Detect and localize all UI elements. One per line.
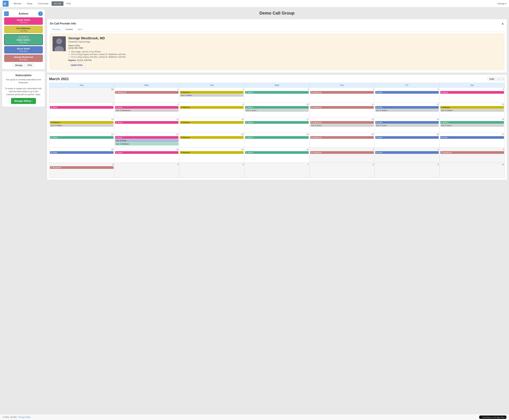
calendar-cell-1-3[interactable]: 10K SellersOut: S Jones — [244, 103, 309, 118]
next-month-button[interactable]: › — [501, 77, 505, 81]
provider-card-kathy[interactable]: Set On Call Kathy Sellers 8 /m 20 /y — [4, 34, 43, 45]
nav-item-comcenter[interactable]: ComCenter — [35, 1, 51, 6]
cal-event-3-2-0[interactable]: E Mathews — [180, 136, 244, 139]
cal-event-2-0-1[interactable]: Out: K Sellers — [50, 124, 113, 127]
logo[interactable]: D — [3, 1, 9, 7]
calendar-cell-5-1[interactable]: 5 — [114, 163, 180, 178]
cal-event-0-2-0[interactable]: E Mathews — [180, 91, 244, 94]
calendar-cell-2-6[interactable]: 20K SellersOut: S Jones — [440, 118, 505, 133]
calendar-cell-4-6[interactable]: 3G Westbrook — [440, 148, 505, 163]
cal-event-2-5-0[interactable]: B Smith — [375, 121, 439, 124]
cal-event-2-5-1[interactable]: Out: S Jones — [375, 124, 439, 127]
tab-previous[interactable]: Previous — [50, 27, 63, 31]
cal-event-0-3-0[interactable]: K Sellers — [245, 91, 309, 94]
calendar-cell-5-6[interactable]: 10 — [440, 163, 505, 178]
tab-next[interactable]: Next — [75, 27, 85, 31]
cal-event-4-5-0[interactable]: B Smith — [375, 151, 439, 154]
cal-event-1-3-1[interactable]: Out: S Jones — [245, 109, 309, 112]
nav-item-member[interactable]: Member — [11, 1, 24, 6]
calendar-cell-3-2[interactable]: 23E Mathews — [179, 133, 244, 148]
cal-event-2-4-1[interactable]: Out: S Jones — [310, 124, 374, 127]
cal-event-4-4-0[interactable]: G Westbrook — [310, 151, 374, 154]
cal-event-0-2-1[interactable]: Out: K Sellers — [180, 94, 244, 97]
manage-billing-button[interactable]: Manage Billing » — [11, 98, 36, 104]
provider-card-george[interactable]: George Westbrook 4 /m 16 /y — [4, 54, 43, 62]
calendar-cell-3-4[interactable]: 25G Westbrook — [309, 133, 375, 148]
cal-event-1-4-0[interactable]: G Westbrook — [310, 106, 374, 109]
cal-event-1-1-1[interactable]: Out: G Westbrook — [115, 109, 179, 112]
nav-user[interactable]: George ▾ — [497, 2, 506, 5]
provider-card-bruce[interactable]: Bruce Smith 6 /m 19 /y — [4, 46, 43, 53]
calendar-cell-0-0[interactable]: 28 — [49, 88, 114, 102]
calendar-cell-2-2[interactable]: 16E Mathews — [179, 118, 244, 133]
calendar-cell-5-4[interactable]: 8 — [309, 163, 375, 178]
calendar-cell-1-5[interactable]: 12B SmithOut: K Sellers — [375, 103, 440, 118]
calendar-cell-0-4[interactable]: 4G Westbrook — [309, 88, 375, 102]
add-action-button[interactable]: + — [4, 11, 9, 16]
nav-item-setup[interactable]: Setup — [24, 1, 35, 6]
calendar-cell-1-2[interactable]: 9E Mathews — [179, 103, 244, 118]
footer-privacy-link[interactable]: Privacy Policy — [18, 416, 30, 418]
calendar-cell-5-0[interactable]: 4G Westbrook — [49, 163, 114, 178]
cal-event-3-1-1[interactable]: Out: B Smith — [115, 139, 179, 142]
cal-event-2-1-0[interactable]: S Jones — [115, 121, 179, 124]
cal-event-1-2-0[interactable]: E Mathews — [180, 106, 244, 109]
calendar-cell-1-1[interactable]: 8S JonesOut: G Westbrook — [114, 103, 180, 118]
cal-event-3-1-2[interactable]: Out: E Mathews — [115, 142, 179, 145]
calendar-cell-0-5[interactable]: 5B Smith — [375, 88, 440, 102]
cal-event-3-6-0[interactable]: B Smith — [440, 136, 504, 139]
cal-event-3-4-0[interactable]: G Westbrook — [310, 136, 374, 139]
cal-event-2-0-0[interactable]: E Mathews — [50, 121, 113, 124]
calendar-cell-5-5[interactable]: 9 — [375, 163, 440, 178]
cal-event-4-1-0[interactable]: S Jones — [115, 151, 179, 154]
cal-event-3-3-0[interactable]: K Sellers — [245, 136, 309, 139]
calendar-cell-3-6[interactable]: 27B Smith — [440, 133, 505, 148]
calendar-cell-2-4[interactable]: 18G WestbrookOut: S Jones — [309, 118, 375, 133]
calendar-cell-2-5[interactable]: 19B SmithOut: S Jones — [375, 118, 440, 133]
cal-event-0-6-0[interactable]: S Jones — [440, 91, 504, 94]
calendar-cell-3-5[interactable]: 26B Smith — [375, 133, 440, 148]
calendar-cell-3-3[interactable]: 24K Sellers — [244, 133, 309, 148]
cal-event-0-5-0[interactable]: B Smith — [375, 91, 439, 94]
cal-event-3-5-0[interactable]: B Smith — [375, 136, 439, 139]
tab-current[interactable]: Current — [63, 27, 75, 31]
calendar-cell-4-3[interactable]: 31K Sellers — [244, 148, 309, 163]
calendar-cell-0-1[interactable]: 1G Westbrook — [114, 88, 180, 102]
today-button[interactable]: today — [487, 77, 496, 81]
calendar-cell-5-3[interactable]: 7 — [244, 163, 309, 178]
cal-event-2-6-0[interactable]: K Sellers — [440, 121, 504, 124]
calendar-cell-4-2[interactable]: 30E Mathews — [179, 148, 244, 163]
cal-event-1-5-1[interactable]: Out: K Sellers — [375, 109, 439, 112]
calendar-cell-4-1[interactable]: 29S Jones — [114, 148, 180, 163]
prev-month-button[interactable]: ‹ — [497, 77, 501, 81]
provider-card-erin[interactable]: Erin Mathews 7 /m 19 /y — [4, 26, 43, 33]
cal-event-4-2-0[interactable]: E Mathews — [180, 151, 244, 154]
collapse-button[interactable]: ▲ — [501, 22, 504, 25]
cal-event-4-6-0[interactable]: G Westbrook — [440, 151, 504, 154]
provider-card-susan[interactable]: Susan Jones 7 /m 17 /y — [4, 17, 43, 25]
calendar-cell-4-0[interactable]: 28B Smith — [49, 148, 114, 163]
cal-event-1-5-0[interactable]: B Smith — [375, 106, 439, 109]
cal-event-1-6-0[interactable]: E Mathews — [440, 106, 504, 109]
cal-event-1-6-1[interactable]: Out: K Sellers — [440, 109, 504, 112]
cal-event-0-1-0[interactable]: G Westbrook — [115, 91, 179, 94]
cal-event-5-0-0[interactable]: G Westbrook — [50, 166, 113, 169]
cal-event-4-3-0[interactable]: K Sellers — [245, 151, 309, 154]
cal-event-3-1-0[interactable]: S Jones — [115, 136, 179, 139]
calendar-cell-0-6[interactable]: 6S Jones — [440, 88, 505, 102]
cal-event-2-2-0[interactable]: E Mathews — [180, 121, 244, 124]
calendar-cell-1-6[interactable]: 13E MathewsOut: K Sellers — [440, 103, 505, 118]
calendar-cell-1-4[interactable]: 11G Westbrook — [309, 103, 375, 118]
cal-event-1-3-0[interactable]: K Sellers — [245, 106, 309, 109]
cal-event-4-0-0[interactable]: B Smith — [50, 151, 113, 154]
calendar-cell-1-0[interactable]: 7S Jones — [49, 103, 114, 118]
calendar-cell-3-1[interactable]: 22S JonesOut: B SmithOut: E Mathews — [114, 133, 180, 148]
print-button[interactable]: Print — [25, 63, 34, 67]
manage-button[interactable]: Manage — [13, 63, 24, 67]
calendar-cell-2-0[interactable]: 14E MathewsOut: K Sellers — [49, 118, 114, 133]
cal-event-3-0-0[interactable]: K Sellers — [50, 136, 113, 139]
info-button[interactable]: i — [38, 11, 43, 16]
calendar-cell-3-0[interactable]: 21K Sellers — [49, 133, 114, 148]
calendar-cell-4-5[interactable]: 2B Smith — [375, 148, 440, 163]
cal-event-2-4-0[interactable]: G Westbrook — [310, 121, 374, 124]
